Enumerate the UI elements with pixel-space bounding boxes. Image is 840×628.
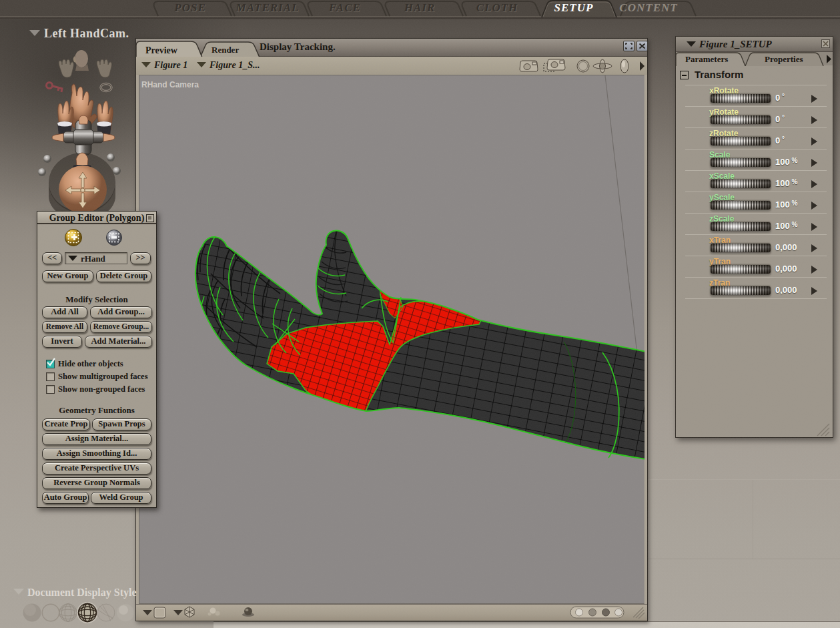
svg-text:Properties: Properties <box>765 54 803 64</box>
svg-text:Preview: Preview <box>145 45 178 55</box>
svg-text:CONTENT: CONTENT <box>619 1 677 14</box>
svg-text:HAIR: HAIR <box>404 1 436 14</box>
svg-text:POSE: POSE <box>173 1 205 14</box>
svg-text:MATERIAL: MATERIAL <box>236 1 300 14</box>
svg-text:CLOTH: CLOTH <box>476 1 518 14</box>
svg-text:Render: Render <box>212 45 239 55</box>
svg-text:Parameters: Parameters <box>685 54 728 64</box>
svg-text:FACE: FACE <box>328 1 361 14</box>
svg-text:SETUP: SETUP <box>554 1 594 14</box>
